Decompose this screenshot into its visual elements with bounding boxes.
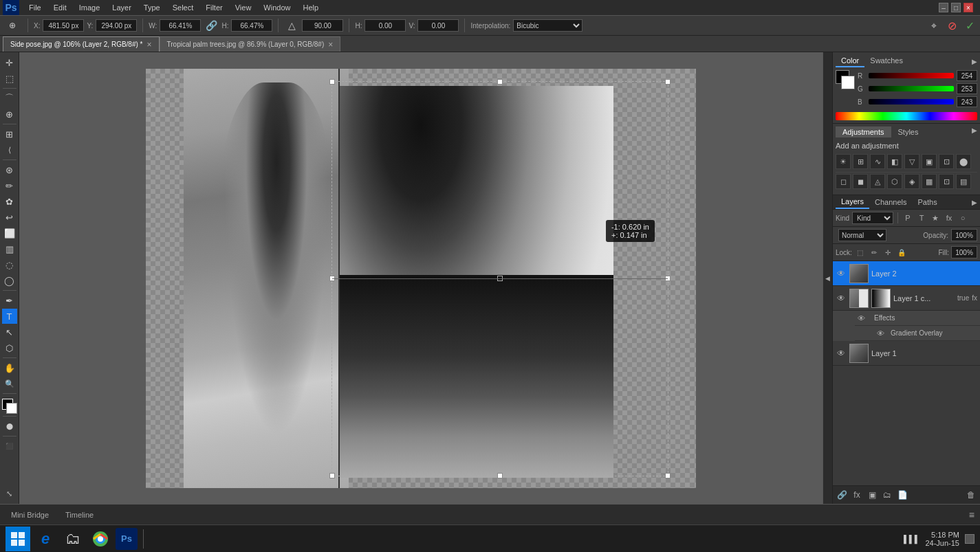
link-layers-icon[interactable]: 🔗: [835, 488, 849, 502]
swatches-tab[interactable]: Swatches: [864, 55, 908, 67]
lasso-tool[interactable]: ⌒: [2, 91, 17, 106]
g-slider[interactable]: [869, 86, 954, 91]
new-group-icon[interactable]: 🗂: [880, 488, 894, 502]
new-layer-icon[interactable]: 📄: [895, 488, 909, 502]
menu-image[interactable]: Image: [74, 2, 106, 13]
menu-window[interactable]: Window: [258, 2, 296, 13]
b-value[interactable]: [957, 96, 977, 107]
menu-edit[interactable]: Edit: [48, 2, 72, 13]
network-icon[interactable]: ▌▌▌: [904, 535, 919, 543]
layer1-visibility[interactable]: 👁: [836, 348, 847, 359]
angle-input[interactable]: [302, 19, 343, 32]
delete-layer-icon[interactable]: 🗑: [964, 488, 978, 502]
lt-icon-3[interactable]: ★: [930, 212, 941, 223]
color-panel-menu[interactable]: ▶: [972, 58, 977, 65]
hand-tool[interactable]: ✋: [2, 360, 17, 375]
menu-view[interactable]: View: [230, 2, 257, 13]
pen-tool[interactable]: ✒: [2, 293, 17, 308]
layer1c-visibility[interactable]: 👁: [836, 293, 847, 304]
adj-gradientmap-icon[interactable]: ▤: [956, 174, 971, 189]
ie-taskbar-icon[interactable]: e: [33, 527, 58, 551]
adj-vibrance-icon[interactable]: ▽: [904, 154, 919, 169]
rainbow-bar[interactable]: [836, 112, 977, 120]
adjustments-tab[interactable]: Adjustments: [836, 126, 891, 137]
kind-select[interactable]: Kind: [852, 212, 893, 224]
cancel-transform-icon[interactable]: ⊘: [944, 18, 959, 33]
extra-tool[interactable]: ⤡: [2, 486, 17, 501]
commit-transform-icon[interactable]: ✓: [962, 18, 977, 33]
opacity-value[interactable]: [951, 229, 977, 241]
adj-levels-icon[interactable]: ⊞: [853, 154, 868, 169]
zoom-tool[interactable]: 🔍: [2, 376, 17, 391]
close-button[interactable]: ×: [963, 3, 973, 12]
paths-tab[interactable]: Paths: [913, 196, 943, 208]
explorer-taskbar-icon[interactable]: 🗂: [61, 527, 85, 551]
move-tool[interactable]: ✛: [2, 55, 17, 70]
menu-layer[interactable]: Layer: [107, 2, 137, 13]
lock-position-icon[interactable]: ✛: [882, 247, 893, 258]
layer-item-layer2[interactable]: 👁 Layer 2: [833, 261, 980, 286]
adj-channelmixer-icon[interactable]: ◼: [853, 174, 868, 189]
mini-bridge-tab[interactable]: Mini Bridge: [6, 509, 54, 520]
effects-eye[interactable]: 👁: [858, 314, 869, 322]
quick-mask-tool[interactable]: ⬤: [2, 419, 17, 434]
adj-exposure-icon[interactable]: ◧: [887, 154, 902, 169]
g-value[interactable]: [957, 83, 977, 94]
adj-hsl-icon[interactable]: ▣: [922, 154, 937, 169]
link-aspect-icon[interactable]: 🔗: [204, 18, 219, 33]
ps-taskbar-icon[interactable]: Ps: [116, 528, 138, 550]
screen-mode-tool[interactable]: ⬛: [2, 439, 17, 454]
adj-curves-icon[interactable]: ∿: [870, 154, 885, 169]
chrome-taskbar-icon[interactable]: [88, 527, 113, 551]
layer-item-layer1[interactable]: 👁 Layer 1: [833, 341, 980, 366]
color-bg-swatch[interactable]: [841, 76, 855, 89]
history-brush-tool[interactable]: ↩: [2, 210, 17, 225]
gradient-overlay-eye[interactable]: 👁: [877, 329, 888, 338]
vskew-input[interactable]: [417, 19, 459, 32]
adj-selectivecolor-icon[interactable]: ⊡: [939, 174, 954, 189]
path-select-tool[interactable]: ↖: [2, 324, 17, 340]
lt-icon-5[interactable]: ○: [957, 212, 968, 223]
eyedropper-tool[interactable]: ⟨: [2, 142, 17, 157]
lt-icon-4[interactable]: fx: [944, 212, 955, 223]
lt-icon-2[interactable]: T: [916, 212, 927, 223]
lock-image-icon[interactable]: ✏: [869, 247, 880, 258]
x-input[interactable]: [43, 19, 84, 32]
menu-select[interactable]: Select: [167, 2, 199, 13]
lt-icon-1[interactable]: P: [902, 212, 913, 223]
menu-help[interactable]: Help: [297, 2, 324, 13]
shape-tool[interactable]: ⬡: [2, 340, 17, 355]
color-picker[interactable]: [2, 399, 17, 414]
layer1c-fx-icon[interactable]: true: [957, 294, 969, 302]
menu-type[interactable]: Type: [138, 2, 166, 13]
h-input[interactable]: [231, 19, 272, 32]
adj-threshold-icon[interactable]: ▦: [922, 174, 937, 189]
menu-filter[interactable]: Filter: [200, 2, 228, 13]
crop-tool[interactable]: ⊞: [2, 126, 17, 142]
adj-panel-menu[interactable]: ▶: [972, 126, 977, 137]
y-input[interactable]: [96, 19, 137, 32]
layers-tab[interactable]: Layers: [836, 195, 869, 209]
canvas-area[interactable]: -1: 0.620 in +: 0.147 in: [19, 52, 823, 504]
color-swatch-box[interactable]: [836, 70, 855, 89]
panel-collapse-button[interactable]: ◀: [823, 52, 832, 504]
clone-tool[interactable]: ✿: [2, 194, 17, 209]
start-button[interactable]: [6, 527, 30, 551]
blend-mode-select[interactable]: Normal Dissolve Multiply Screen Overlay: [838, 229, 886, 241]
show-desktop-button[interactable]: [965, 534, 974, 544]
quick-select-tool[interactable]: ⊕: [2, 107, 17, 122]
menu-file[interactable]: File: [23, 2, 47, 13]
styles-tab[interactable]: Styles: [891, 126, 926, 137]
adj-bw-icon[interactable]: ⬤: [956, 154, 971, 169]
adj-invert-icon[interactable]: ⬡: [887, 174, 902, 189]
marquee-tool[interactable]: ⬚: [2, 71, 17, 86]
r-value[interactable]: [957, 70, 977, 81]
lock-all-icon[interactable]: 🔒: [896, 247, 907, 258]
type-tool[interactable]: T: [2, 309, 17, 324]
doc-tab-0-close[interactable]: ×: [146, 40, 151, 49]
r-slider[interactable]: [869, 73, 954, 78]
adj-posterize-icon[interactable]: ◈: [904, 174, 919, 189]
hskew-input[interactable]: [364, 19, 406, 32]
eraser-tool[interactable]: ⬜: [2, 225, 17, 241]
layer2-visibility[interactable]: 👁: [836, 268, 847, 279]
